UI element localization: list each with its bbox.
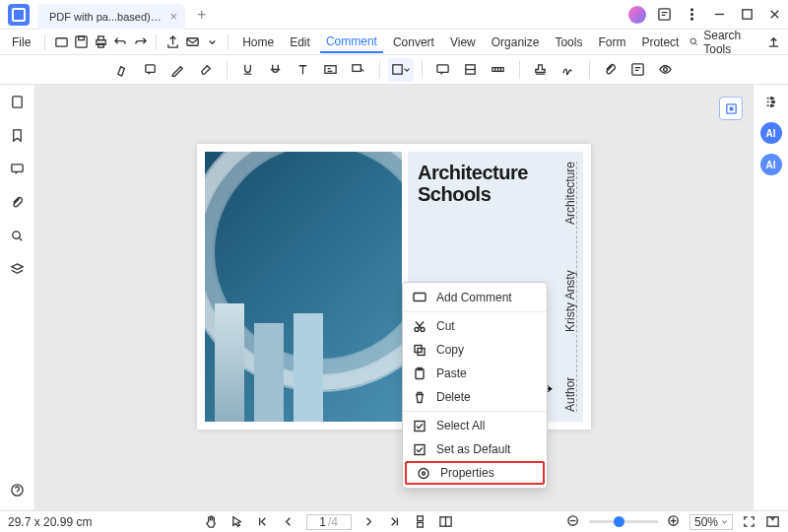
menu-convert[interactable]: Convert: [387, 33, 440, 52]
attachments-panel-icon[interactable]: [10, 195, 26, 211]
save-icon[interactable]: [73, 32, 89, 53]
maximize-button[interactable]: [735, 3, 758, 27]
ctx-cut[interactable]: Cut: [403, 314, 547, 338]
right-side-panel: AI AI: [753, 85, 788, 510]
print-icon[interactable]: [93, 32, 108, 53]
pencil-tool-icon[interactable]: [165, 58, 191, 82]
floating-panel-icon[interactable]: [719, 97, 743, 120]
document-tab[interactable]: PDF with pa...based).pdf * ×: [37, 4, 185, 30]
first-page-icon[interactable]: [255, 514, 271, 530]
undo-icon[interactable]: [112, 32, 128, 53]
ai-badge-1[interactable]: AI: [760, 122, 782, 144]
notes-icon[interactable]: [652, 3, 676, 27]
ctx-delete[interactable]: Delete: [403, 385, 547, 409]
properties-panel-icon[interactable]: [763, 95, 778, 112]
menu-organize[interactable]: Organize: [486, 33, 546, 52]
highlight-tool-icon[interactable]: [110, 58, 136, 82]
svg-point-2: [690, 14, 692, 16]
open-icon[interactable]: [53, 32, 69, 53]
signature-tool-icon[interactable]: [556, 58, 581, 82]
chevron-down-icon[interactable]: [204, 32, 220, 53]
bookmarks-icon[interactable]: [10, 128, 26, 144]
thumbnails-icon[interactable]: [10, 95, 26, 110]
strikethrough-tool-icon[interactable]: [263, 58, 289, 82]
file-menu[interactable]: File: [6, 35, 36, 49]
search-tools[interactable]: Search Tools: [689, 29, 752, 56]
ctx-select-all[interactable]: Select All: [403, 414, 547, 437]
svg-point-3: [690, 18, 692, 20]
fullscreen-icon[interactable]: [764, 514, 780, 530]
zoom-slider-thumb[interactable]: [614, 516, 624, 527]
email-icon[interactable]: [184, 32, 200, 53]
next-page-icon[interactable]: [361, 514, 377, 530]
redo-icon[interactable]: [132, 32, 148, 53]
annotation-toolbar: [0, 55, 788, 85]
upload-icon[interactable]: [766, 32, 782, 53]
menu-tools[interactable]: Tools: [549, 33, 588, 52]
attachment-tool-icon[interactable]: [598, 58, 624, 82]
svg-rect-27: [729, 106, 733, 110]
reading-mode-icon[interactable]: [438, 514, 454, 530]
menu-home[interactable]: Home: [236, 33, 280, 52]
page-number-input[interactable]: 1/4: [306, 514, 352, 530]
svg-rect-16: [393, 65, 402, 74]
last-page-icon[interactable]: [387, 514, 403, 530]
page-dimensions: 29.7 x 20.99 cm: [8, 515, 92, 529]
magnifier-icon: [689, 34, 699, 49]
svg-rect-42: [418, 516, 424, 521]
svg-rect-7: [78, 36, 84, 40]
scroll-mode-icon[interactable]: [413, 514, 428, 530]
svg-point-1: [690, 9, 692, 11]
svg-rect-11: [187, 38, 198, 46]
underline-tool-icon[interactable]: [235, 58, 261, 82]
scissors-icon: [413, 319, 427, 333]
layers-icon[interactable]: [10, 262, 26, 278]
area-highlight-tool-icon[interactable]: [458, 58, 484, 82]
menu-form[interactable]: Form: [592, 33, 631, 52]
measure-tool-icon[interactable]: [486, 58, 511, 82]
note-tool-icon[interactable]: [138, 58, 164, 82]
ctx-paste[interactable]: Paste: [403, 362, 547, 385]
text-tool-icon[interactable]: [291, 58, 316, 82]
fit-page-icon[interactable]: [741, 514, 756, 530]
shape-tool-icon[interactable]: [388, 58, 414, 82]
hide-annotations-icon[interactable]: [653, 58, 679, 82]
menu-comment[interactable]: Comment: [320, 32, 383, 53]
zoom-in-icon[interactable]: [666, 514, 682, 530]
new-tab-button[interactable]: +: [197, 6, 206, 24]
search-panel-icon[interactable]: [10, 229, 26, 244]
pdf-title-line2: Schools: [418, 183, 573, 205]
comment-tool-icon[interactable]: [430, 58, 456, 82]
ctx-properties[interactable]: Properties: [405, 461, 545, 485]
share-icon[interactable]: [164, 32, 180, 53]
select-tool-icon[interactable]: [230, 514, 245, 530]
stamp-tool-icon[interactable]: [528, 58, 554, 82]
svg-point-24: [12, 232, 20, 239]
kebab-menu-icon[interactable]: [680, 3, 703, 27]
close-window-button[interactable]: [762, 3, 786, 27]
ai-assistant-icon[interactable]: [628, 6, 646, 24]
svg-point-28: [770, 98, 772, 100]
menu-protect[interactable]: Protect: [635, 33, 685, 52]
callout-tool-icon[interactable]: [346, 58, 371, 82]
eraser-tool-icon[interactable]: [193, 58, 219, 82]
prev-page-icon[interactable]: [281, 514, 296, 530]
zoom-out-icon[interactable]: [565, 514, 581, 530]
menu-edit[interactable]: Edit: [284, 33, 316, 52]
help-icon[interactable]: [10, 483, 26, 499]
ctx-add-comment[interactable]: Add Comment: [403, 286, 547, 309]
comment-list-icon[interactable]: [625, 58, 651, 82]
ai-badge-2[interactable]: AI: [760, 154, 782, 175]
document-canvas[interactable]: Architecture Schools Author Kristy Ansty…: [35, 85, 753, 510]
minimize-button[interactable]: [707, 3, 731, 27]
hand-tool-icon[interactable]: [204, 514, 220, 530]
ctx-set-default[interactable]: Set as Default: [403, 437, 547, 461]
textbox-tool-icon[interactable]: [318, 58, 344, 82]
tab-close-icon[interactable]: ×: [169, 9, 177, 24]
comments-panel-icon[interactable]: [10, 162, 26, 177]
zoom-slider[interactable]: [589, 520, 658, 523]
ctx-copy[interactable]: Copy: [403, 338, 547, 362]
zoom-level-select[interactable]: 50%: [690, 514, 733, 530]
menu-view[interactable]: View: [444, 33, 482, 52]
check-icon: [413, 442, 427, 456]
